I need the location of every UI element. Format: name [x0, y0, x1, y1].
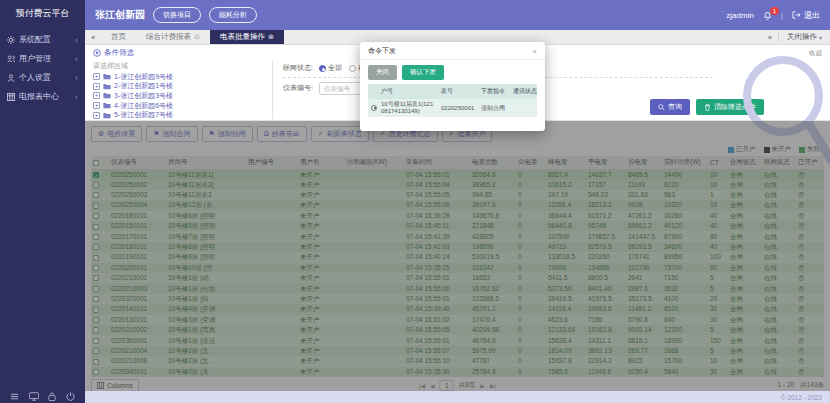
tab-label: 电表批量操作 [220, 32, 265, 42]
chevron-left-icon [75, 35, 78, 45]
header-right: zjadmin 1 | 退出 [726, 10, 820, 21]
sidebar-menu: 系统配置 用户管理 个人设置 电报表中心 [0, 26, 85, 106]
copyright-text: © 2012 - 2022 [781, 394, 822, 401]
collapse-tabs-icon[interactable] [85, 30, 101, 44]
expand-tabs-icon[interactable] [768, 33, 772, 42]
region-tree-label: 请选择区域 [93, 61, 272, 71]
sidebar: 预付费云平台 系统配置 用户管理 个人设置 电报表中心 [0, 0, 85, 403]
chevron-left-icon [75, 73, 78, 83]
modal-header: 命令下发 [360, 42, 545, 60]
project-name: 张江创新园 [95, 8, 145, 22]
modal-close-icon[interactable] [532, 48, 537, 55]
search-button[interactable]: 查询 [650, 99, 690, 115]
notification-badge: 1 [770, 7, 779, 15]
expand-icon[interactable] [93, 92, 100, 99]
collapse-filter-link[interactable]: 收起 [809, 49, 822, 58]
username[interactable]: zjadmin [726, 11, 754, 20]
folder-icon [103, 112, 111, 119]
clear-filters-button[interactable]: 清除筛选条件 [696, 99, 764, 115]
sidebar-item-personal-settings[interactable]: 个人设置 [0, 68, 85, 87]
funnel-icon [93, 49, 101, 57]
sidebar-item-system-config[interactable]: 系统配置 [0, 30, 85, 49]
network-status-label: 联网状态: [283, 63, 313, 73]
command-status-cell [510, 99, 537, 117]
command-meter-cell: 0220250001 [438, 99, 478, 117]
copyright-bar: © 2012 - 2022 [85, 391, 830, 403]
app-logo-title: 预付费云平台 [0, 0, 85, 26]
divider: | [781, 11, 783, 20]
close-operations-label: 关闭操作 [787, 32, 817, 42]
tab-billing-report[interactable]: 综合计费报表 [136, 30, 210, 44]
energy-analysis-button[interactable]: 能耗分析 [209, 7, 257, 23]
tree-node[interactable]: 1-张江创新园9号楼 [93, 72, 272, 82]
sidebar-item-report-center[interactable]: 电报表中心 [0, 87, 85, 106]
expand-icon[interactable] [93, 73, 100, 80]
radio-icon [319, 65, 326, 72]
command-row[interactable]: 10号楼11层表1(12108174130149) 0220250001 强制合… [368, 99, 537, 117]
command-table: 户号 表号 下发指令 通讯状态 10号楼11层表1(12108174130149… [368, 84, 537, 117]
tab-meter-batch-ops[interactable]: 电表批量操作 [210, 30, 284, 44]
switch-project-button[interactable]: 切换项目 [153, 7, 201, 23]
meter-no-label: 仪表编号: [283, 83, 313, 93]
tab-label: 首页 [111, 32, 126, 42]
tree-node[interactable]: 3-张江创新园3号楼 [93, 91, 272, 101]
lock-icon[interactable] [48, 392, 56, 401]
sidebar-bottom-toolbar [0, 392, 85, 401]
notification-bell[interactable]: 1 [763, 11, 772, 20]
command-row-select [368, 99, 378, 117]
tree-node-label: 1-张江创新园9号楼 [114, 72, 173, 82]
logout-label: 退出 [804, 10, 820, 21]
search-button-label: 查询 [668, 102, 682, 112]
radio-option[interactable]: 全部 [319, 63, 342, 73]
comm-status-col-header: 通讯状态 [510, 84, 537, 99]
user-icon [7, 74, 15, 82]
meter-col-header: 表号 [438, 84, 478, 99]
radio-label: 全部 [328, 63, 342, 73]
radio-col [368, 84, 378, 99]
grid-icon [7, 93, 15, 101]
filter-fields: 联网状态: 全部 在线 失联 合闸状态: [273, 60, 822, 119]
tree-node[interactable]: 2-张江创新园1号楼 [93, 82, 272, 92]
row-radio-icon[interactable] [371, 105, 377, 111]
tab-home[interactable]: 首页 [101, 30, 136, 44]
command-col-header: 下发指令 [478, 84, 510, 99]
chevron-left-icon [75, 54, 78, 64]
filter-actions: 查询 清除筛选条件 [650, 99, 764, 115]
loading-dim-overlay [85, 121, 830, 391]
account-col-header: 户号 [378, 84, 438, 99]
command-cmd-cell: 强制合闸 [478, 99, 510, 117]
close-operations-dropdown[interactable]: 关闭操作 [778, 32, 822, 42]
filter-title: 条件筛选 [93, 48, 134, 58]
menu-icon[interactable] [10, 392, 19, 401]
sidebar-item-label: 电报表中心 [19, 91, 59, 102]
modal-close-button[interactable]: 关闭 [368, 65, 397, 80]
logout-icon [792, 11, 801, 19]
expand-icon[interactable] [93, 83, 100, 90]
command-table-header: 户号 表号 下发指令 通讯状态 [368, 84, 537, 99]
expand-icon[interactable] [93, 102, 100, 109]
tree-node[interactable]: 5-张江创新园7号楼 [93, 110, 272, 119]
power-icon[interactable] [66, 392, 75, 401]
logout-button[interactable]: 退出 [792, 10, 820, 21]
sidebar-item-label: 个人设置 [19, 72, 51, 83]
modal-actions: 关闭 确认下发 [360, 60, 545, 84]
sidebar-item-user-management[interactable]: 用户管理 [0, 49, 85, 68]
chevron-left-icon [75, 92, 78, 102]
tab-label: 综合计费报表 [146, 32, 191, 42]
modal-confirm-button[interactable]: 确认下发 [402, 65, 444, 80]
filter-title-label: 条件筛选 [104, 48, 134, 58]
top-header: 张江创新园 切换项目 能耗分析 zjadmin 1 | 退出 [85, 0, 830, 30]
expand-icon[interactable] [93, 112, 100, 119]
command-issue-modal: 命令下发 关闭 确认下发 户号 表号 下发指令 通讯状态 10号楼11层表1(1… [360, 42, 545, 131]
tree-node[interactable]: 4-张江创新园6号楼 [93, 101, 272, 111]
folder-icon [103, 102, 111, 109]
tree-node-label: 2-张江创新园1号楼 [114, 81, 173, 91]
tab-close-icon[interactable] [268, 33, 274, 41]
region-tree-list: 1-张江创新园9号楼 2-张江创新园1号楼 3-张江创新园3号楼 4-张江创新园… [93, 72, 272, 119]
clear-filters-label: 清除筛选条件 [714, 102, 756, 112]
monitor-icon[interactable] [29, 392, 39, 401]
folder-icon [103, 92, 111, 99]
folder-icon [103, 83, 111, 90]
region-tree: 请选择区域 1-张江创新园9号楼 2-张江创新园1号楼 3-张江创新园3号楼 [93, 60, 273, 119]
tab-close-icon[interactable] [194, 33, 200, 41]
